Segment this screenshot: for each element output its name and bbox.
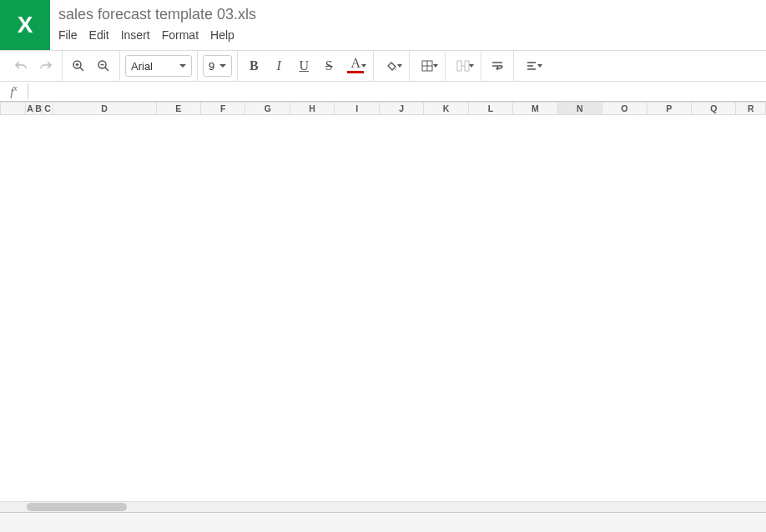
column-header-F[interactable]: F — [201, 103, 245, 115]
sheet-tab-bar — [0, 512, 766, 532]
toolbar: Arial 9 B I U S A — [0, 50, 766, 82]
column-header-E[interactable]: E — [156, 103, 200, 115]
document-title: sales forecast template 03.xls — [58, 5, 256, 23]
strike-button[interactable]: S — [318, 55, 340, 77]
menu-format[interactable]: Format — [162, 28, 199, 42]
merge-cells-button[interactable] — [451, 55, 476, 77]
column-header-P[interactable]: P — [647, 103, 691, 115]
wrap-text-button[interactable] — [486, 55, 508, 77]
horizontal-scrollbar[interactable] — [0, 501, 766, 512]
align-button[interactable] — [519, 55, 544, 77]
column-header-R[interactable]: R — [736, 103, 766, 115]
redo-button[interactable] — [35, 55, 57, 77]
zoom-in-button[interactable] — [68, 55, 89, 77]
font-family-select[interactable]: Arial — [125, 55, 192, 77]
column-header-J[interactable]: J — [379, 103, 423, 115]
column-header-D[interactable]: D — [53, 103, 156, 115]
scroll-thumb[interactable] — [27, 503, 127, 511]
column-header-A[interactable]: A — [26, 103, 34, 115]
menu-help[interactable]: Help — [210, 28, 234, 42]
column-header-K[interactable]: K — [424, 103, 468, 115]
italic-button[interactable]: I — [268, 55, 290, 77]
column-header-B[interactable]: B — [34, 103, 43, 115]
column-header-I[interactable]: I — [335, 103, 379, 115]
menubar: File Edit Insert Format Help — [58, 28, 256, 42]
svg-line-1 — [80, 68, 83, 71]
undo-button[interactable] — [10, 55, 32, 77]
fill-color-button[interactable] — [379, 55, 404, 77]
text-color-indicator — [347, 71, 364, 73]
app-logo: X — [0, 0, 50, 50]
column-header-G[interactable]: G — [245, 103, 290, 115]
font-size-value: 9 — [209, 60, 214, 73]
column-header-Q[interactable]: Q — [692, 103, 736, 115]
borders-button[interactable] — [415, 55, 440, 77]
column-header-M[interactable]: M — [513, 103, 557, 115]
column-header-C[interactable]: C — [43, 103, 53, 115]
spreadsheet-grid[interactable]: ABCDEFGHIJKLMNOPQR — [0, 102, 766, 115]
column-header-O[interactable]: O — [602, 103, 647, 115]
column-header-N[interactable]: N — [557, 103, 602, 115]
font-size-select[interactable]: 9 — [203, 55, 232, 77]
menu-file[interactable]: File — [58, 28, 78, 42]
menu-insert[interactable]: Insert — [121, 28, 150, 42]
svg-rect-10 — [457, 61, 461, 71]
bold-button[interactable]: B — [243, 55, 265, 77]
fx-icon: fx — [0, 83, 28, 99]
select-all-corner[interactable] — [1, 103, 26, 115]
svg-line-5 — [105, 68, 108, 71]
formula-input[interactable] — [28, 85, 766, 98]
underline-button[interactable]: U — [293, 55, 315, 77]
font-family-value: Arial — [131, 60, 153, 73]
menu-edit[interactable]: Edit — [89, 28, 109, 42]
column-header-H[interactable]: H — [290, 103, 334, 115]
text-color-button[interactable]: A — [343, 55, 368, 77]
column-header-L[interactable]: L — [468, 103, 512, 115]
zoom-out-button[interactable] — [93, 55, 114, 77]
